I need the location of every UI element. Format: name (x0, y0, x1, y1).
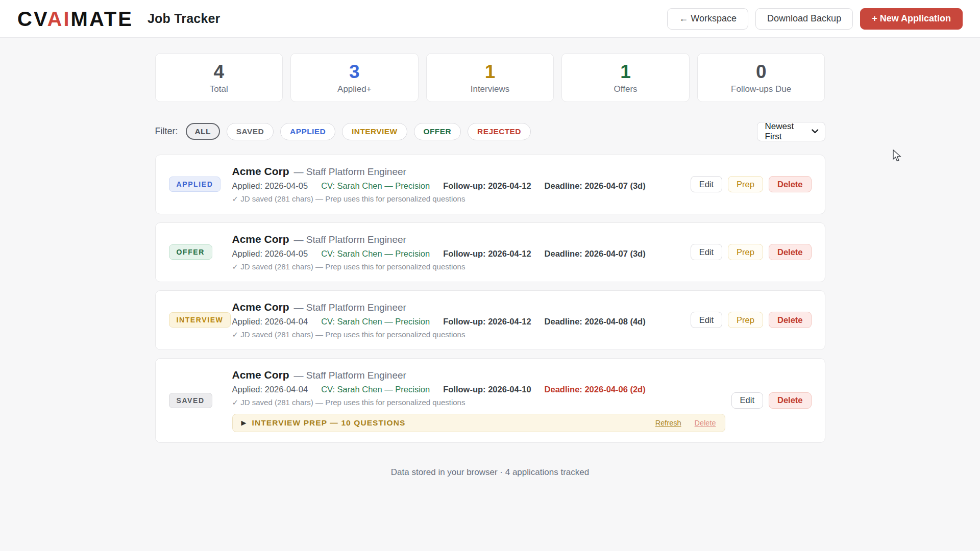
status-badge: APPLIED (169, 177, 221, 192)
deadline-date: Deadline: 2026-04-07 (3d) (545, 181, 646, 191)
logo-part-ai: AI (47, 8, 71, 30)
chevron-down-icon (812, 129, 819, 134)
badge-column: INTERVIEW (169, 312, 226, 328)
edit-button[interactable]: Edit (691, 176, 722, 192)
applied-date: Applied: 2026-04-04 (232, 385, 308, 394)
prep-panel-header: ▶ INTERVIEW PREP — 10 QUESTIONS (241, 418, 406, 428)
jd-saved-note: ✓ JD saved (281 chars) — Prep uses this … (232, 398, 725, 407)
filter-row: Filter: ALL SAVED APPLIED INTERVIEW OFFE… (155, 122, 825, 141)
role-title: — Staff Platform Engineer (294, 302, 406, 313)
filter-label: Filter: (155, 126, 178, 137)
storage-footer-note: Data stored in your browser · 4 applicat… (155, 467, 825, 478)
followup-date: Follow-up: 2026-04-12 (443, 249, 531, 259)
delete-button[interactable]: Delete (769, 392, 812, 409)
stat-applied-value: 3 (291, 61, 418, 83)
edit-button[interactable]: Edit (691, 244, 722, 260)
filter-pill-applied[interactable]: APPLIED (280, 123, 335, 140)
logo-part-mate: MATE (71, 8, 133, 30)
application-card-saved: SAVED Acme Corp— Staff Platform Engineer… (155, 358, 825, 443)
role-title: — Staff Platform Engineer (294, 234, 406, 245)
edit-button[interactable]: Edit (691, 312, 722, 328)
card-actions: Edit Prep Delete (691, 176, 812, 192)
jd-saved-note: ✓ JD saved (281 chars) — Prep uses this … (232, 262, 684, 271)
stat-applied-label: Applied+ (291, 84, 418, 94)
interview-prep-panel[interactable]: ▶ INTERVIEW PREP — 10 QUESTIONS Refresh … (232, 414, 725, 432)
stat-card-offers: 1 Offers (561, 53, 690, 102)
application-card-applied: APPLIED Acme Corp— Staff Platform Engine… (155, 155, 825, 214)
stat-followups-label: Follow-ups Due (698, 84, 825, 94)
cv-used: CV: Sarah Chen — Precision (321, 385, 430, 394)
jd-saved-note: ✓ JD saved (281 chars) — Prep uses this … (232, 194, 684, 204)
edit-button[interactable]: Edit (731, 392, 763, 409)
filter-pill-rejected[interactable]: REJECTED (468, 123, 531, 140)
prep-button[interactable]: Prep (728, 244, 763, 260)
workspace-button[interactable]: ← Workspace (667, 8, 748, 30)
play-icon: ▶ (241, 419, 247, 427)
meta-row: Applied: 2026-04-05 CV: Sarah Chen — Pre… (232, 249, 684, 259)
prep-delete-link[interactable]: Delete (695, 419, 716, 427)
prep-refresh-link[interactable]: Refresh (655, 419, 681, 427)
title-row: Acme Corp— Staff Platform Engineer (232, 233, 684, 245)
application-details: Acme Corp— Staff Platform Engineer Appli… (232, 301, 684, 339)
applied-date: Applied: 2026-04-04 (232, 317, 308, 327)
company-name: Acme Corp (232, 301, 289, 313)
filter-pill-interview[interactable]: INTERVIEW (342, 123, 407, 140)
title-row: Acme Corp— Staff Platform Engineer (232, 165, 684, 178)
role-title: — Staff Platform Engineer (294, 370, 406, 381)
cv-used: CV: Sarah Chen — Precision (321, 249, 430, 259)
header-actions: ← Workspace Download Backup + New Applic… (667, 8, 963, 30)
application-details: Acme Corp— Staff Platform Engineer Appli… (232, 233, 684, 271)
stats-row: 4 Total 3 Applied+ 1 Interviews 1 Offers… (155, 53, 825, 102)
stat-offers-label: Offers (562, 84, 689, 94)
delete-button[interactable]: Delete (769, 176, 812, 192)
meta-row: Applied: 2026-04-05 CV: Sarah Chen — Pre… (232, 181, 684, 191)
cv-used: CV: Sarah Chen — Precision (321, 181, 430, 191)
main-content: 4 Total 3 Applied+ 1 Interviews 1 Offers… (155, 38, 825, 478)
prep-button[interactable]: Prep (728, 176, 763, 192)
delete-button[interactable]: Delete (769, 244, 812, 260)
applied-date: Applied: 2026-04-05 (232, 181, 308, 191)
stat-total-value: 4 (156, 61, 283, 83)
filter-pill-saved[interactable]: SAVED (227, 123, 274, 140)
company-name: Acme Corp (232, 165, 289, 177)
title-row: Acme Corp— Staff Platform Engineer (232, 301, 684, 313)
badge-column: OFFER (169, 244, 226, 260)
stat-card-applied: 3 Applied+ (290, 53, 419, 102)
stat-interviews-value: 1 (427, 61, 554, 83)
application-details: Acme Corp— Staff Platform Engineer Appli… (232, 369, 725, 432)
deadline-date: Deadline: 2026-04-08 (4d) (545, 317, 646, 327)
stat-card-interviews: 1 Interviews (426, 53, 554, 102)
prep-panel-links: Refresh Delete (655, 419, 716, 427)
card-actions: Edit Prep Delete (691, 312, 812, 328)
meta-row: Applied: 2026-04-04 CV: Sarah Chen — Pre… (232, 385, 725, 394)
company-name: Acme Corp (232, 233, 289, 245)
delete-button[interactable]: Delete (769, 312, 812, 328)
filter-pill-all[interactable]: ALL (186, 123, 220, 140)
deadline-date: Deadline: 2026-04-07 (3d) (545, 249, 646, 259)
company-name: Acme Corp (232, 369, 289, 381)
jd-saved-note: ✓ JD saved (281 chars) — Prep uses this … (232, 330, 684, 339)
header: CVAIMATE Job Tracker ← Workspace Downloa… (0, 0, 980, 38)
application-list: APPLIED Acme Corp— Staff Platform Engine… (155, 155, 825, 443)
sort-dropdown[interactable]: Newest First (757, 122, 825, 141)
download-backup-button[interactable]: Download Backup (755, 8, 853, 30)
new-application-button[interactable]: + New Application (860, 8, 963, 30)
sort-selected-value: Newest First (765, 121, 812, 142)
stat-followups-value: 0 (698, 61, 825, 83)
role-title: — Staff Platform Engineer (294, 166, 406, 177)
prep-panel-title: INTERVIEW PREP — 10 QUESTIONS (252, 418, 406, 428)
followup-date: Follow-up: 2026-04-10 (443, 385, 531, 394)
badge-column: APPLIED (169, 177, 226, 192)
deadline-date-urgent: Deadline: 2026-04-06 (2d) (545, 385, 646, 394)
stat-card-followups: 0 Follow-ups Due (697, 53, 825, 102)
status-badge: INTERVIEW (169, 312, 231, 328)
application-card-offer: OFFER Acme Corp— Staff Platform Engineer… (155, 222, 825, 282)
stat-offers-value: 1 (562, 61, 689, 83)
card-actions: Edit Delete (731, 392, 812, 409)
stat-card-total: 4 Total (155, 53, 283, 102)
status-badge: OFFER (169, 244, 212, 260)
filter-pill-offer[interactable]: OFFER (414, 123, 461, 140)
prep-button[interactable]: Prep (728, 312, 763, 328)
application-card-interview: INTERVIEW Acme Corp— Staff Platform Engi… (155, 290, 825, 350)
badge-column: SAVED (169, 393, 226, 408)
